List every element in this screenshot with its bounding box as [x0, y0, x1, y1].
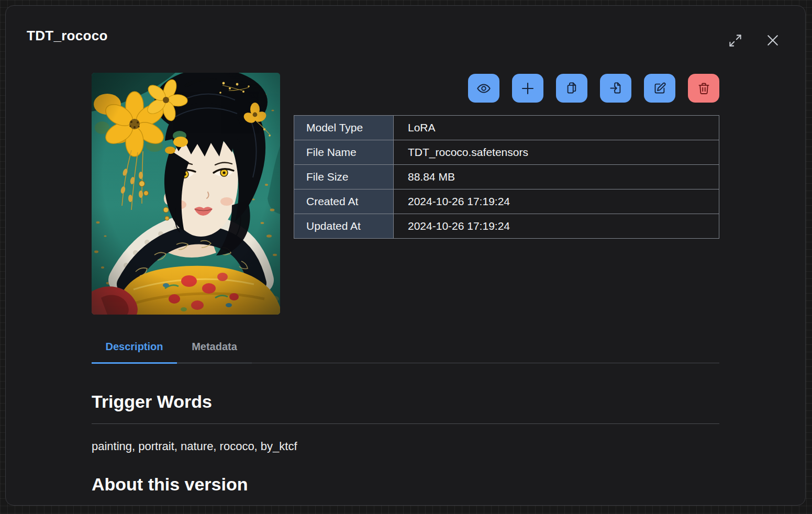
tab-description[interactable]: Description	[92, 336, 177, 364]
preview-portrait-art	[92, 73, 280, 315]
model-preview-image[interactable]	[92, 73, 280, 315]
trigger-words-heading: Trigger Words	[92, 392, 719, 412]
section-divider	[92, 423, 719, 424]
close-icon	[765, 32, 781, 48]
edit-icon	[653, 81, 667, 95]
preview-button[interactable]	[468, 74, 499, 103]
add-button[interactable]	[512, 74, 543, 103]
plus-icon	[520, 81, 536, 96]
row-value: 88.84 MB	[394, 165, 719, 189]
tab-bar: Description Metadata	[92, 336, 719, 363]
row-value: 2024-10-26 17:19:24	[394, 189, 719, 214]
table-row: Created At 2024-10-26 17:19:24	[294, 189, 719, 214]
row-label: Model Type	[294, 116, 394, 140]
row-label: File Size	[294, 165, 394, 189]
expand-icon	[728, 33, 742, 48]
row-value: 2024-10-26 17:19:24	[394, 214, 719, 239]
modal-header: TDT_rococo	[6, 6, 805, 51]
close-button[interactable]	[764, 32, 781, 49]
window-controls	[727, 32, 781, 49]
model-info-column: Model Type LoRA File Name TDT_rococo.saf…	[294, 73, 719, 315]
trash-icon	[697, 81, 711, 95]
table-row: File Size 88.84 MB	[294, 165, 719, 189]
expand-button[interactable]	[727, 32, 743, 49]
trigger-words-text: painting, portrait, nature, rococo, by_k…	[92, 440, 719, 453]
row-label: Created At	[294, 189, 394, 214]
row-value: TDT_rococo.safetensors	[394, 140, 719, 165]
modal-body: Model Type LoRA File Name TDT_rococo.saf…	[6, 73, 805, 495]
edit-button[interactable]	[644, 74, 675, 103]
action-toolbar	[294, 74, 719, 103]
eye-icon	[476, 81, 491, 96]
tab-metadata[interactable]: Metadata	[177, 336, 252, 364]
model-details-modal: TDT_rococo	[5, 5, 806, 506]
import-button[interactable]	[600, 74, 631, 103]
copy-button[interactable]	[556, 74, 587, 103]
import-icon	[609, 81, 623, 95]
copy-icon	[565, 81, 579, 95]
delete-button[interactable]	[688, 74, 719, 103]
page-title: TDT_rococo	[27, 28, 780, 44]
row-value: LoRA	[394, 116, 719, 140]
media-row: Model Type LoRA File Name TDT_rococo.saf…	[92, 73, 719, 315]
about-version-heading: About this version	[92, 474, 719, 495]
table-row: File Name TDT_rococo.safetensors	[294, 140, 719, 165]
row-label: Updated At	[294, 214, 394, 239]
model-details-table: Model Type LoRA File Name TDT_rococo.saf…	[294, 115, 719, 239]
table-row: Model Type LoRA	[294, 116, 719, 140]
row-label: File Name	[294, 140, 394, 165]
table-row: Updated At 2024-10-26 17:19:24	[294, 214, 719, 239]
